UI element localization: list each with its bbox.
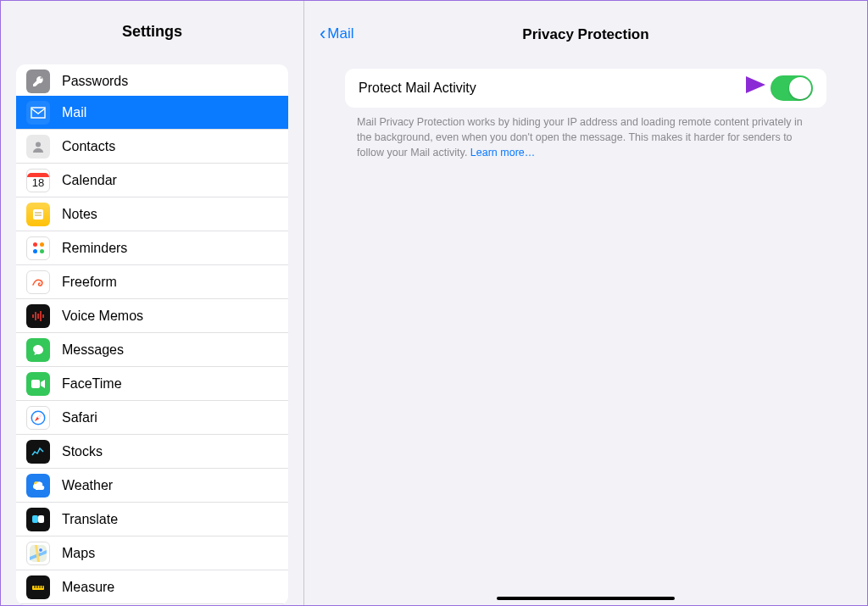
svg-rect-2 xyxy=(33,209,43,220)
toggle-label: Protect Mail Activity xyxy=(359,81,476,96)
sidebar-item-label: FaceTime xyxy=(62,376,122,392)
sidebar-item-facetime[interactable]: FaceTime xyxy=(16,367,288,401)
sidebar-item-label: Measure xyxy=(62,580,114,595)
sidebar-item-measure[interactable]: Measure xyxy=(16,570,288,604)
content-pane: ‹ Mail Privacy Protection Protect Mail A… xyxy=(304,1,867,605)
sidebar-item-label: Reminders xyxy=(62,241,127,256)
sidebar-item-messages[interactable]: Messages xyxy=(16,333,288,367)
sidebar-item-shortcuts[interactable]: Shortcuts xyxy=(16,604,288,605)
waveform-icon xyxy=(26,304,50,328)
speech-bubble-icon xyxy=(26,338,50,362)
sidebar-item-notes[interactable]: Notes xyxy=(16,197,288,231)
content-title: Privacy Protection xyxy=(304,26,867,43)
sidebar-item-safari[interactable]: Safari xyxy=(16,401,288,435)
sidebar-item-label: Messages xyxy=(62,342,124,358)
protect-mail-activity-toggle[interactable] xyxy=(771,75,813,101)
reminders-icon xyxy=(26,236,50,260)
learn-more-link[interactable]: Learn more… xyxy=(470,147,535,158)
map-icon xyxy=(26,542,50,565)
sidebar-item-calendar[interactable]: 18 Calendar xyxy=(16,164,288,197)
sidebar-item-label: Translate xyxy=(62,512,118,527)
settings-sidebar: Settings Passwords Mail Contacts xyxy=(1,1,304,605)
sidebar-item-label: Stocks xyxy=(62,444,103,459)
person-icon xyxy=(26,135,50,158)
sidebar-item-label: Notes xyxy=(62,207,97,222)
sidebar-item-passwords[interactable]: Passwords xyxy=(16,64,288,97)
settings-panel: Protect Mail Activity xyxy=(345,69,826,108)
setting-description: Mail Privacy Protection works by hiding … xyxy=(357,114,815,160)
sidebar-item-label: Safari xyxy=(62,410,97,425)
freeform-icon xyxy=(26,270,50,294)
sidebar-item-label: Voice Memos xyxy=(62,309,143,324)
svg-rect-14 xyxy=(32,515,38,523)
svg-point-17 xyxy=(39,548,43,552)
toggle-knob xyxy=(789,77,811,99)
chart-line-icon xyxy=(26,440,50,464)
sidebar-item-label: Mail xyxy=(62,105,86,120)
video-icon xyxy=(26,372,50,396)
sidebar-item-translate[interactable]: Translate xyxy=(16,503,288,537)
calendar-icon: 18 xyxy=(26,169,50,192)
ruler-icon xyxy=(26,575,50,599)
page-title: Settings xyxy=(1,1,303,49)
sidebar-item-label: Calendar xyxy=(62,173,117,188)
home-indicator[interactable] xyxy=(497,597,675,601)
sidebar-item-reminders[interactable]: Reminders xyxy=(16,231,288,265)
svg-point-1 xyxy=(36,142,41,147)
sidebar-item-label: Freeform xyxy=(62,275,117,290)
compass-icon xyxy=(26,406,50,430)
sidebar-item-label: Weather xyxy=(62,478,113,493)
sidebar-item-label: Passwords xyxy=(62,74,128,89)
sidebar-item-maps[interactable]: Maps xyxy=(16,537,288,570)
sidebar-item-weather[interactable]: Weather xyxy=(16,469,288,503)
sidebar-item-stocks[interactable]: Stocks xyxy=(16,435,288,469)
key-icon xyxy=(26,69,50,93)
sidebar-item-mail[interactable]: Mail xyxy=(16,96,288,130)
svg-rect-10 xyxy=(31,380,40,388)
cloud-sun-icon xyxy=(26,474,50,498)
sidebar-item-freeform[interactable]: Freeform xyxy=(16,265,288,299)
sidebar-item-contacts[interactable]: Contacts xyxy=(16,130,288,164)
sidebar-item-voicememos[interactable]: Voice Memos xyxy=(16,299,288,333)
sidebar-item-label: Contacts xyxy=(62,139,115,154)
protect-mail-activity-row: Protect Mail Activity xyxy=(345,69,826,108)
translate-icon xyxy=(26,508,50,531)
envelope-icon xyxy=(26,101,50,125)
svg-rect-15 xyxy=(38,515,44,523)
notes-icon xyxy=(26,203,50,226)
sidebar-item-label: Maps xyxy=(62,546,95,561)
